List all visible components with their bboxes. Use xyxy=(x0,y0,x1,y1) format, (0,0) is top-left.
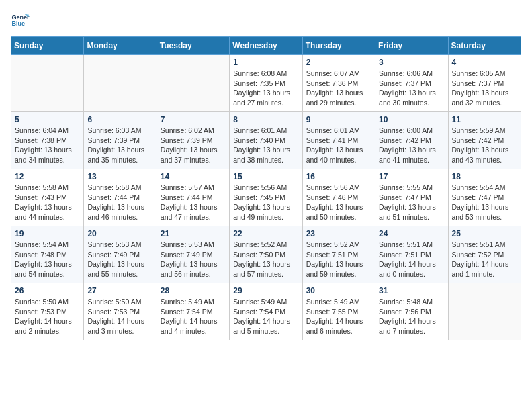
day-number: 27 xyxy=(87,286,152,295)
day-number: 2 xyxy=(306,58,371,67)
day-number: 19 xyxy=(15,229,80,238)
calendar-cell: 4Sunrise: 6:05 AMSunset: 7:37 PMDaylight… xyxy=(448,55,521,112)
calendar-cell: 12Sunrise: 5:58 AMSunset: 7:43 PMDayligh… xyxy=(11,169,84,226)
calendar-cell: 30Sunrise: 5:49 AMSunset: 7:55 PMDayligh… xyxy=(302,283,375,340)
calendar-cell: 21Sunrise: 5:53 AMSunset: 7:49 PMDayligh… xyxy=(157,226,229,283)
day-info: Sunrise: 5:57 AMSunset: 7:44 PMDaylight:… xyxy=(161,183,226,222)
day-number: 4 xyxy=(452,58,517,67)
logo: General Blue xyxy=(11,11,30,30)
day-info: Sunrise: 5:49 AMSunset: 7:54 PMDaylight:… xyxy=(233,297,298,336)
day-info: Sunrise: 5:52 AMSunset: 7:50 PMDaylight:… xyxy=(233,240,298,279)
day-number: 1 xyxy=(233,58,298,67)
day-info: Sunrise: 5:54 AMSunset: 7:48 PMDaylight:… xyxy=(15,240,80,279)
day-info: Sunrise: 6:02 AMSunset: 7:39 PMDaylight:… xyxy=(161,126,226,165)
calendar-header-row: SundayMondayTuesdayWednesdayThursdayFrid… xyxy=(11,37,521,55)
calendar-cell: 23Sunrise: 5:52 AMSunset: 7:51 PMDayligh… xyxy=(302,226,375,283)
logo-icon: General Blue xyxy=(11,11,30,30)
weekday-header-thursday: Thursday xyxy=(302,37,375,55)
day-info: Sunrise: 6:07 AMSunset: 7:36 PMDaylight:… xyxy=(306,68,371,108)
day-info: Sunrise: 5:50 AMSunset: 7:53 PMDaylight:… xyxy=(15,297,80,336)
day-number: 22 xyxy=(233,229,298,238)
calendar-cell: 18Sunrise: 5:54 AMSunset: 7:47 PMDayligh… xyxy=(448,169,521,226)
day-number: 25 xyxy=(452,229,517,238)
calendar-table: SundayMondayTuesdayWednesdayThursdayFrid… xyxy=(11,36,521,340)
day-number: 21 xyxy=(161,229,226,238)
calendar-week-row: 1Sunrise: 6:08 AMSunset: 7:35 PMDaylight… xyxy=(11,55,521,112)
calendar-cell: 8Sunrise: 6:01 AMSunset: 7:40 PMDaylight… xyxy=(230,112,302,169)
calendar-cell: 19Sunrise: 5:54 AMSunset: 7:48 PMDayligh… xyxy=(11,226,84,283)
calendar-cell: 26Sunrise: 5:50 AMSunset: 7:53 PMDayligh… xyxy=(11,283,84,340)
calendar-cell: 15Sunrise: 5:56 AMSunset: 7:45 PMDayligh… xyxy=(230,169,302,226)
calendar-cell: 28Sunrise: 5:49 AMSunset: 7:54 PMDayligh… xyxy=(157,283,229,340)
calendar-cell xyxy=(11,55,84,112)
day-info: Sunrise: 5:54 AMSunset: 7:47 PMDaylight:… xyxy=(452,183,517,222)
day-info: Sunrise: 5:58 AMSunset: 7:43 PMDaylight:… xyxy=(15,183,80,222)
day-info: Sunrise: 5:49 AMSunset: 7:55 PMDaylight:… xyxy=(306,297,371,336)
calendar-week-row: 19Sunrise: 5:54 AMSunset: 7:48 PMDayligh… xyxy=(11,226,521,283)
day-info: Sunrise: 5:58 AMSunset: 7:44 PMDaylight:… xyxy=(87,183,152,222)
day-number: 8 xyxy=(233,115,298,124)
day-info: Sunrise: 5:55 AMSunset: 7:47 PMDaylight:… xyxy=(379,183,444,222)
day-info: Sunrise: 6:03 AMSunset: 7:39 PMDaylight:… xyxy=(87,126,152,165)
calendar-cell xyxy=(84,55,157,112)
day-info: Sunrise: 5:56 AMSunset: 7:45 PMDaylight:… xyxy=(233,183,298,222)
day-number: 28 xyxy=(161,286,226,295)
weekday-header-sunday: Sunday xyxy=(11,37,84,55)
day-number: 24 xyxy=(379,229,444,238)
day-number: 16 xyxy=(306,172,371,181)
calendar-cell xyxy=(157,55,229,112)
day-info: Sunrise: 5:53 AMSunset: 7:49 PMDaylight:… xyxy=(161,240,226,279)
day-info: Sunrise: 5:59 AMSunset: 7:42 PMDaylight:… xyxy=(452,126,517,165)
calendar-cell: 25Sunrise: 5:51 AMSunset: 7:52 PMDayligh… xyxy=(448,226,521,283)
calendar-cell: 7Sunrise: 6:02 AMSunset: 7:39 PMDaylight… xyxy=(157,112,229,169)
calendar-cell: 2Sunrise: 6:07 AMSunset: 7:36 PMDaylight… xyxy=(302,55,375,112)
calendar-cell: 5Sunrise: 6:04 AMSunset: 7:38 PMDaylight… xyxy=(11,112,84,169)
calendar-cell: 1Sunrise: 6:08 AMSunset: 7:35 PMDaylight… xyxy=(230,55,302,112)
day-info: Sunrise: 5:48 AMSunset: 7:56 PMDaylight:… xyxy=(379,297,444,336)
day-info: Sunrise: 5:53 AMSunset: 7:49 PMDaylight:… xyxy=(87,240,152,279)
day-info: Sunrise: 5:49 AMSunset: 7:54 PMDaylight:… xyxy=(161,297,226,336)
day-info: Sunrise: 5:52 AMSunset: 7:51 PMDaylight:… xyxy=(306,240,371,279)
calendar-cell: 6Sunrise: 6:03 AMSunset: 7:39 PMDaylight… xyxy=(84,112,157,169)
day-number: 12 xyxy=(15,172,80,181)
calendar-cell: 14Sunrise: 5:57 AMSunset: 7:44 PMDayligh… xyxy=(157,169,229,226)
weekday-header-saturday: Saturday xyxy=(448,37,521,55)
calendar-cell: 13Sunrise: 5:58 AMSunset: 7:44 PMDayligh… xyxy=(84,169,157,226)
weekday-header-monday: Monday xyxy=(84,37,157,55)
day-info: Sunrise: 6:08 AMSunset: 7:35 PMDaylight:… xyxy=(233,68,298,108)
day-number: 23 xyxy=(306,229,371,238)
day-number: 10 xyxy=(379,115,444,124)
day-info: Sunrise: 6:04 AMSunset: 7:38 PMDaylight:… xyxy=(15,126,80,165)
calendar-cell: 24Sunrise: 5:51 AMSunset: 7:51 PMDayligh… xyxy=(375,226,448,283)
calendar-cell: 9Sunrise: 6:01 AMSunset: 7:41 PMDaylight… xyxy=(302,112,375,169)
day-number: 20 xyxy=(87,229,152,238)
day-info: Sunrise: 5:51 AMSunset: 7:52 PMDaylight:… xyxy=(452,240,517,279)
page-header: General Blue xyxy=(11,11,521,30)
calendar-cell: 11Sunrise: 5:59 AMSunset: 7:42 PMDayligh… xyxy=(448,112,521,169)
day-number: 26 xyxy=(15,286,80,295)
calendar-cell: 31Sunrise: 5:48 AMSunset: 7:56 PMDayligh… xyxy=(375,283,448,340)
day-number: 14 xyxy=(161,172,226,181)
day-info: Sunrise: 6:01 AMSunset: 7:40 PMDaylight:… xyxy=(233,126,298,165)
weekday-header-friday: Friday xyxy=(375,37,448,55)
day-number: 3 xyxy=(379,58,444,67)
calendar-cell: 3Sunrise: 6:06 AMSunset: 7:37 PMDaylight… xyxy=(375,55,448,112)
day-number: 6 xyxy=(87,115,152,124)
day-number: 29 xyxy=(233,286,298,295)
day-info: Sunrise: 6:00 AMSunset: 7:42 PMDaylight:… xyxy=(379,126,444,165)
calendar-cell: 10Sunrise: 6:00 AMSunset: 7:42 PMDayligh… xyxy=(375,112,448,169)
day-info: Sunrise: 6:01 AMSunset: 7:41 PMDaylight:… xyxy=(306,126,371,165)
calendar-cell: 16Sunrise: 5:56 AMSunset: 7:46 PMDayligh… xyxy=(302,169,375,226)
day-number: 11 xyxy=(452,115,517,124)
calendar-cell xyxy=(448,283,521,340)
calendar-cell: 27Sunrise: 5:50 AMSunset: 7:53 PMDayligh… xyxy=(84,283,157,340)
day-number: 31 xyxy=(379,286,444,295)
day-number: 5 xyxy=(15,115,80,124)
day-info: Sunrise: 5:51 AMSunset: 7:51 PMDaylight:… xyxy=(379,240,444,279)
day-info: Sunrise: 5:56 AMSunset: 7:46 PMDaylight:… xyxy=(306,183,371,222)
calendar-week-row: 26Sunrise: 5:50 AMSunset: 7:53 PMDayligh… xyxy=(11,283,521,340)
weekday-header-wednesday: Wednesday xyxy=(230,37,302,55)
day-number: 30 xyxy=(306,286,371,295)
day-number: 13 xyxy=(87,172,152,181)
calendar-week-row: 12Sunrise: 5:58 AMSunset: 7:43 PMDayligh… xyxy=(11,169,521,226)
